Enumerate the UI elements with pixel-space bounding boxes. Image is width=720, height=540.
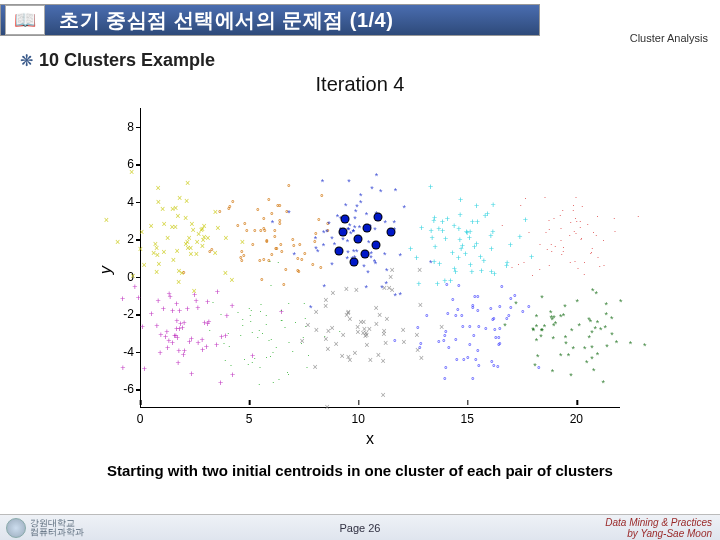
- chart-caption: Starting with two initial centroids in o…: [0, 462, 720, 479]
- centroid-marker: [335, 247, 342, 254]
- centroid-marker: [361, 251, 368, 258]
- title-bar: 📖 초기 중심점 선택에서의 문제점 (1/4): [0, 4, 540, 36]
- chart-title: Iteration 4: [80, 73, 640, 96]
- x-tick: 5: [246, 412, 253, 432]
- x-tick: 10: [351, 412, 364, 432]
- subheading: ❋ 10 Clusters Example: [20, 50, 720, 71]
- x-tick: 0: [137, 412, 144, 432]
- chart-container: Iteration 4 y x -6-4-20246805101520×××××…: [80, 73, 640, 440]
- section-label: Cluster Analysis: [630, 32, 708, 44]
- centroid-marker: [387, 228, 394, 235]
- centroid-marker: [350, 258, 357, 265]
- x-tick: 20: [570, 412, 583, 432]
- y-tick: -6: [100, 382, 140, 396]
- centroid-marker: [355, 236, 362, 243]
- y-tick: -4: [100, 345, 140, 359]
- centroid-marker: [374, 213, 381, 220]
- y-tick: -2: [100, 307, 140, 321]
- y-tick: 8: [100, 120, 140, 134]
- subheading-text: 10 Clusters Example: [39, 50, 215, 71]
- university-name: 강원대학교 컴퓨터과학과: [30, 519, 84, 537]
- centroid-marker: [339, 228, 346, 235]
- centroid-marker: [372, 241, 379, 248]
- centroid-marker: [342, 215, 349, 222]
- page-number: Page 26: [340, 522, 381, 534]
- credit-text: Data Mining & Practices by Yang-Sae Moon: [605, 517, 712, 539]
- x-axis-label: x: [366, 430, 374, 448]
- footer: 강원대학교 컴퓨터과학과 Page 26 Data Mining & Pract…: [0, 514, 720, 540]
- university-logo-icon: [6, 518, 26, 538]
- y-tick: 4: [100, 195, 140, 209]
- x-tick: 15: [461, 412, 474, 432]
- slide-title: 초기 중심점 선택에서의 문제점 (1/4): [59, 7, 393, 34]
- bullet-icon: ❋: [20, 51, 33, 70]
- centroid-marker: [363, 225, 370, 232]
- reading-icon: 📖: [5, 5, 45, 35]
